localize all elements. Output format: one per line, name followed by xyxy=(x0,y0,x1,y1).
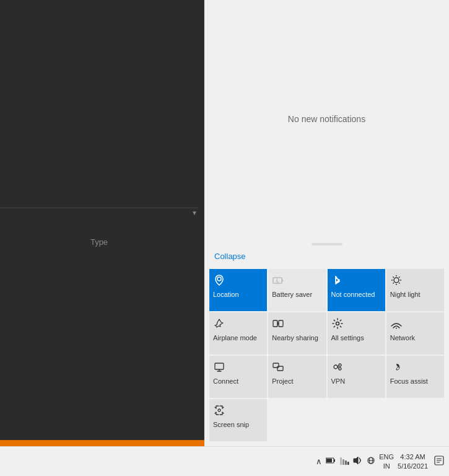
taskbar-network[interactable] xyxy=(339,456,349,467)
svg-point-16 xyxy=(396,328,397,329)
project-icon xyxy=(272,361,284,375)
taskbar-right: ∧ xyxy=(316,452,444,470)
taskbar: ∧ xyxy=(0,446,449,476)
tile-focus-assist[interactable]: Focus assist xyxy=(386,356,444,398)
lang-code: ENG xyxy=(379,452,394,461)
quick-actions-grid: Location Battery saver xyxy=(209,269,444,441)
tile-screen-snip[interactable]: Screen snip xyxy=(209,399,267,441)
bluetooth-icon xyxy=(331,274,344,288)
tile-not-connected-label: Not connected xyxy=(331,291,375,299)
svg-rect-33 xyxy=(345,461,347,465)
svg-rect-3 xyxy=(282,280,283,281)
svg-point-15 xyxy=(336,322,339,325)
svg-point-24 xyxy=(339,368,341,370)
empty-tile-2 xyxy=(328,399,385,441)
right-panel: No new notifications Collapse Location xyxy=(204,0,449,446)
svg-point-22 xyxy=(334,365,338,369)
tile-project-label: Project xyxy=(272,377,293,386)
airplane-icon xyxy=(213,317,225,332)
svg-rect-13 xyxy=(273,320,277,327)
type-label: Type xyxy=(0,237,198,247)
tile-nearby-sharing[interactable]: Nearby sharing xyxy=(268,312,326,355)
taskbar-chevron[interactable]: ∧ xyxy=(316,457,322,466)
tile-night-light[interactable]: Night light xyxy=(386,269,444,311)
svg-line-11 xyxy=(399,277,400,278)
settings-icon xyxy=(331,317,344,332)
tile-vpn-label: VPN xyxy=(331,377,346,386)
tile-airplane-label: Airplane mode xyxy=(213,334,257,342)
scroll-indicator: ▼ xyxy=(191,209,199,217)
night-light-icon xyxy=(390,274,403,288)
orange-accent-bar xyxy=(0,440,204,446)
tile-nearby-sharing-label: Nearby sharing xyxy=(272,334,318,342)
svg-rect-29 xyxy=(334,459,335,462)
tile-night-light-label: Night light xyxy=(390,291,421,299)
svg-point-27 xyxy=(218,409,220,412)
battery-saver-icon xyxy=(272,274,284,288)
svg-rect-31 xyxy=(340,457,342,465)
svg-line-12 xyxy=(393,283,394,284)
tile-not-connected[interactable]: Not connected xyxy=(328,269,385,311)
svg-line-10 xyxy=(399,283,400,284)
tile-screen-snip-label: Screen snip xyxy=(213,421,249,429)
nearby-sharing-icon xyxy=(272,317,284,332)
notification-area: No new notifications xyxy=(204,0,449,238)
focus-assist-icon xyxy=(390,361,403,375)
location-icon xyxy=(213,274,225,288)
tile-connect[interactable]: Connect xyxy=(209,356,267,398)
tile-project[interactable]: Project xyxy=(268,356,326,398)
svg-rect-32 xyxy=(342,459,344,465)
svg-rect-34 xyxy=(347,462,349,465)
tile-all-settings-label: All settings xyxy=(331,334,364,342)
svg-rect-14 xyxy=(279,320,283,327)
empty-tile xyxy=(268,399,326,441)
network-icon xyxy=(390,317,403,332)
taskbar-action-center[interactable] xyxy=(434,456,444,467)
lang-region: IN xyxy=(379,462,394,470)
left-panel: ▼ Type xyxy=(0,0,204,446)
taskbar-battery[interactable] xyxy=(326,457,336,466)
collapse-bar xyxy=(204,238,449,250)
tile-airplane-mode[interactable]: Airplane mode xyxy=(209,312,267,355)
svg-line-9 xyxy=(393,277,394,278)
svg-rect-17 xyxy=(215,363,224,369)
screen-snip-icon xyxy=(213,404,225,418)
tile-connect-label: Connect xyxy=(213,377,238,386)
svg-line-26 xyxy=(338,367,339,368)
vpn-icon xyxy=(331,361,344,375)
svg-marker-35 xyxy=(354,457,358,464)
panel-divider xyxy=(0,208,198,208)
collapse-link[interactable]: Collapse xyxy=(214,252,246,261)
taskbar-clock[interactable]: 4:32 AM 5/16/2021 xyxy=(398,452,428,470)
connect-icon xyxy=(213,361,225,375)
tile-battery-saver-label: Battery saver xyxy=(272,291,312,299)
tile-location-label: Location xyxy=(213,291,239,299)
no-notifications-text: No new notifications xyxy=(288,114,365,124)
quick-actions-panel: Location Battery saver xyxy=(204,267,449,446)
tile-vpn[interactable]: VPN xyxy=(328,356,385,398)
taskbar-date-value: 5/16/2021 xyxy=(398,462,428,470)
tile-all-settings[interactable]: All settings xyxy=(328,312,385,355)
taskbar-input[interactable] xyxy=(367,456,375,467)
divider-line xyxy=(312,243,342,245)
taskbar-language[interactable]: ENG IN xyxy=(379,452,394,470)
tile-network-label: Network xyxy=(390,334,415,342)
svg-point-1 xyxy=(217,277,221,281)
svg-point-4 xyxy=(394,278,399,283)
svg-rect-30 xyxy=(326,459,332,462)
taskbar-volume[interactable] xyxy=(353,456,363,467)
tile-focus-assist-label: Focus assist xyxy=(390,377,428,386)
tile-location[interactable]: Location xyxy=(209,269,267,311)
tile-network[interactable]: Network xyxy=(386,312,444,355)
tile-battery-saver[interactable]: Battery saver xyxy=(268,269,326,311)
svg-point-23 xyxy=(339,364,341,366)
empty-tile-3 xyxy=(386,399,444,441)
taskbar-time-value: 4:32 AM xyxy=(398,452,428,461)
